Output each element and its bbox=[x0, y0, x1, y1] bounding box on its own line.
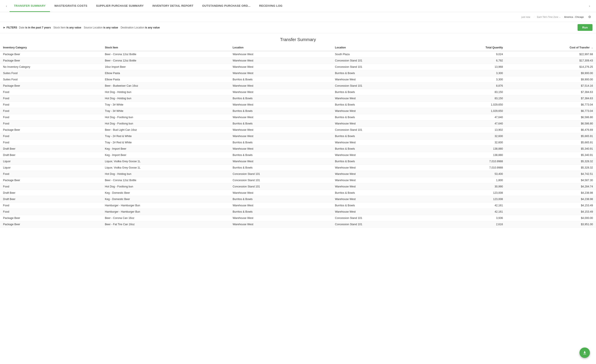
table-row: FoodHot Dog - Footlong bunWarehouse West… bbox=[0, 114, 596, 121]
cell-r8-c2: Warehouse West bbox=[230, 102, 332, 108]
cell-r0-c5: $22,997.68 bbox=[506, 51, 596, 58]
cell-r13-c3: Burritos & Bowls bbox=[332, 133, 434, 139]
nav-prev-arrow[interactable]: ‹ bbox=[3, 3, 10, 9]
cell-r17-c3: Burritos & Bowls bbox=[332, 158, 434, 165]
cell-r25-c0: Food bbox=[0, 209, 102, 215]
cell-r21-c1: Hot Dog - Footlong bun bbox=[102, 183, 230, 190]
col-header-1[interactable]: Stock Item bbox=[102, 44, 230, 51]
cell-r16-c1: Keg - Import Beer bbox=[102, 152, 230, 158]
last-run-time: just now bbox=[522, 16, 530, 18]
col-header-5[interactable]: Cost of Transfer ⌄ bbox=[506, 44, 596, 51]
filters-label-text: FILTERS bbox=[7, 26, 17, 29]
cell-r19-c1: Hot Dog - Hotdog bun bbox=[102, 171, 230, 177]
cell-r7-c3: Warehouse West bbox=[332, 95, 434, 102]
cell-r21-c0: Food bbox=[0, 183, 102, 190]
col-header-4[interactable]: Total Quantity bbox=[434, 44, 506, 51]
time-zone-value: America - Chicago bbox=[564, 16, 584, 18]
time-zone-label: Each Tile's Time Zone bbox=[537, 16, 558, 18]
cell-r8-c4: 1,029,650 bbox=[434, 102, 506, 108]
triangle-icon: ▶ bbox=[3, 26, 5, 29]
cell-r4-c0: Suites Food bbox=[0, 76, 102, 83]
nav-tab-transfer-summary[interactable]: TRANSFER SUMMARY bbox=[10, 0, 50, 12]
cell-r0-c4: 9,024 bbox=[434, 51, 506, 58]
cell-r10-c2: Warehouse West bbox=[230, 114, 332, 121]
cell-r11-c4: 47,640 bbox=[434, 121, 506, 127]
cell-r23-c0: Draft Beer bbox=[0, 196, 102, 202]
filter-chip-0[interactable]: Date is in the past 7 years bbox=[19, 26, 51, 29]
table-row: FoodHot Dog - Footlong bunBurritos & Bow… bbox=[0, 121, 596, 127]
cell-r1-c5: $17,309.43 bbox=[506, 58, 596, 64]
run-button[interactable]: Run bbox=[578, 24, 593, 31]
transfer-summary-table: Inventory CategoryStock ItemLocationLoca… bbox=[0, 44, 596, 228]
cell-r12-c1: Beer - Bud Light Can 16oz bbox=[102, 127, 230, 133]
cell-r26-c2: Warehouse West bbox=[230, 215, 332, 221]
cell-r12-c0: Package Beer bbox=[0, 127, 102, 133]
cell-r17-c2: Warehouse West bbox=[230, 158, 332, 165]
cell-r17-c5: $5,328.32 bbox=[506, 158, 596, 165]
cell-r21-c4: 30,990 bbox=[434, 183, 506, 190]
cell-r14-c3: Warehouse West bbox=[332, 139, 434, 146]
cell-r13-c1: Tray - 2# Red & White bbox=[102, 133, 230, 139]
filter-chip-2[interactable]: Source Location is any value bbox=[84, 26, 118, 29]
cell-r1-c4: 6,792 bbox=[434, 58, 506, 64]
cell-r19-c0: Food bbox=[0, 171, 102, 177]
cell-r10-c1: Hot Dog - Footlong bun bbox=[102, 114, 230, 121]
cell-r5-c3: Concession Stand 101 bbox=[332, 83, 434, 89]
cell-r4-c1: Elbow Pasta bbox=[102, 76, 230, 83]
cell-r5-c1: Beer - Budweiser Can 16oz bbox=[102, 83, 230, 89]
table-row: FoodTray - 2# Red & WhiteWarehouse WestB… bbox=[0, 133, 596, 139]
cell-r2-c3: Concession Stand 101 bbox=[332, 64, 434, 70]
cell-r6-c5: $7,384.63 bbox=[506, 89, 596, 95]
cell-r11-c3: Warehouse West bbox=[332, 121, 434, 127]
nav-next-arrow[interactable]: › bbox=[586, 3, 593, 9]
table-row: Suites FoodElbow PastaWarehouse WestBurr… bbox=[0, 70, 596, 76]
cell-r25-c2: Burritos & Bowls bbox=[230, 209, 332, 215]
filters-bar: ▶ FILTERS Date is in the past 7 years·St… bbox=[0, 22, 596, 33]
col-header-0[interactable]: Inventory Category bbox=[0, 44, 102, 51]
cell-r16-c0: Draft Beer bbox=[0, 152, 102, 158]
cell-r8-c3: Burritos & Bowls bbox=[332, 102, 434, 108]
cell-r25-c5: $4,153.49 bbox=[506, 209, 596, 215]
table-row: FoodTray - 3# WhiteWarehouse WestBurrito… bbox=[0, 102, 596, 108]
cell-r5-c2: Warehouse West bbox=[230, 83, 332, 89]
cell-r1-c1: Beer - Corona 12oz Bottle bbox=[102, 58, 230, 64]
cell-r27-c2: Warehouse West bbox=[230, 221, 332, 228]
cell-r26-c4: 3,936 bbox=[434, 215, 506, 221]
nav-tab-inventory-detail-report[interactable]: INVENTORY DETAIL REPORT bbox=[148, 0, 198, 12]
nav-tab-receiving-log[interactable]: RECEIVING LOG bbox=[255, 0, 287, 12]
cell-r18-c5: $5,328.32 bbox=[506, 165, 596, 171]
cell-r2-c5: $14,276.25 bbox=[506, 64, 596, 70]
table-row: FoodTray - 3# WhiteBurritos & BowlsWareh… bbox=[0, 108, 596, 114]
settings-button[interactable]: ⚙ bbox=[586, 14, 593, 20]
cell-r27-c4: 2,616 bbox=[434, 221, 506, 228]
filters-toggle[interactable]: ▶ FILTERS bbox=[3, 26, 17, 29]
table-row: FoodHamburger - Hamburger BunBurritos & … bbox=[0, 209, 596, 215]
nav-tab-supplier-purchase-summary[interactable]: SUPPLIER PURCHASE SUMMARY bbox=[92, 0, 148, 12]
cell-r5-c5: $7,514.16 bbox=[506, 83, 596, 89]
cell-r23-c5: $4,238.98 bbox=[506, 196, 596, 202]
cell-r0-c1: Beer - Corona 12oz Bottle bbox=[102, 51, 230, 58]
filter-chip-3[interactable]: Destination Location is any value bbox=[121, 26, 160, 29]
cell-r6-c2: Warehouse West bbox=[230, 89, 332, 95]
cell-r7-c1: Hot Dog - Hotdog bun bbox=[102, 95, 230, 102]
cell-r8-c0: Food bbox=[0, 102, 102, 108]
table-row: FoodTray - 2# Red & WhiteBurritos & Bowl… bbox=[0, 139, 596, 146]
cell-r9-c4: 1,029,650 bbox=[434, 108, 506, 114]
cell-r13-c2: Warehouse West bbox=[230, 133, 332, 139]
cell-r15-c0: Draft Beer bbox=[0, 146, 102, 152]
col-header-3[interactable]: Location bbox=[332, 44, 434, 51]
col-header-2[interactable]: Location bbox=[230, 44, 332, 51]
cell-r21-c2: Concession Stand 101 bbox=[230, 183, 332, 190]
cell-r27-c5: $3,951.00 bbox=[506, 221, 596, 228]
filter-separator: · bbox=[52, 26, 52, 29]
cell-r3-c1: Elbow Pasta bbox=[102, 70, 230, 76]
cell-r7-c4: 83,150 bbox=[434, 95, 506, 102]
nav-tab-waste-gratis-costs[interactable]: WASTE/GRATIS COSTS bbox=[50, 0, 92, 12]
chevron-down-icon[interactable]: ⌄ bbox=[559, 16, 561, 18]
cell-r23-c4: 123,008 bbox=[434, 196, 506, 202]
cell-r19-c4: 53,400 bbox=[434, 171, 506, 177]
filter-chip-1[interactable]: Stock Item is any value bbox=[53, 26, 81, 29]
nav-tab-outstanding-purchase-ord[interactable]: OUTSTANDING PURCHASE ORD... bbox=[198, 0, 255, 12]
cell-r14-c4: 32,600 bbox=[434, 139, 506, 146]
cell-r20-c1: Beer - Corona 12oz Bottle bbox=[102, 177, 230, 183]
